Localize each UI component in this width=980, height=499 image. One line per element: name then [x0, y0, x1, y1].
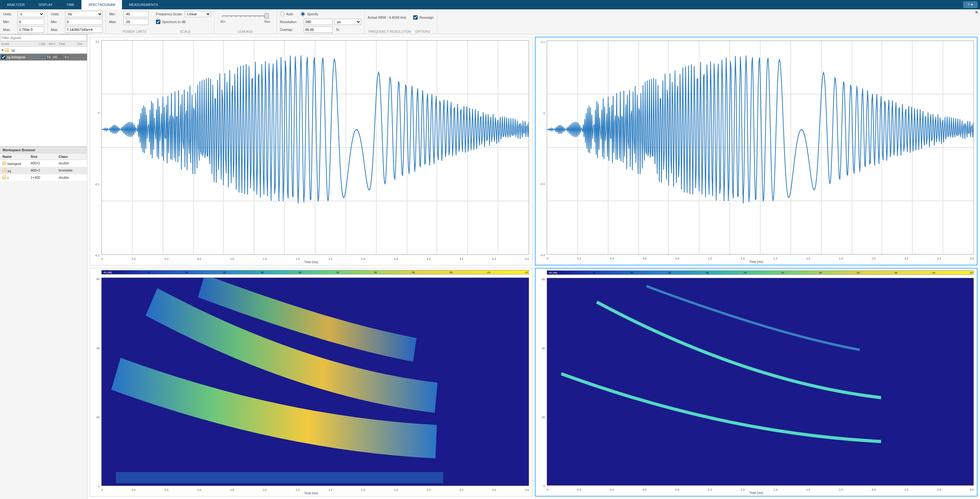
spectrogram-axes[interactable] [101, 278, 529, 486]
freq-units-select[interactable]: Hz [65, 11, 103, 17]
ws-var-name: sg [8, 169, 11, 173]
signal-start-badge: 0 s [64, 55, 70, 59]
x-ticks: 00.20.40.60.81.01.21.41.61.82.02.22.42.6 [547, 488, 974, 491]
reassign-checkbox[interactable] [413, 15, 418, 20]
power-limits-caption: POWER LIMITS [109, 29, 160, 33]
spectrogram-panel-1[interactable]: -44 (dB) -42-40-38-36-34-32-30-28-26-24-… [90, 268, 533, 496]
time-units-label: Units: [3, 12, 16, 16]
power-min-label: Min: [109, 12, 122, 16]
tab-spectrogram[interactable]: SPECTROGRAM [81, 0, 122, 10]
plot-grid: 0.10-0.1-0.2 00.20.40.60.81.01.21.41.61.… [88, 34, 980, 499]
variable-icon [5, 48, 9, 52]
ws-var-size: 400×1 [28, 167, 56, 174]
power-max-label: Max: [109, 20, 122, 24]
signal-visibility-checkbox[interactable] [1, 55, 6, 59]
tab-display[interactable]: DISPLAY [32, 0, 60, 10]
y-ticks: 0.10-0.1-0.2 [90, 40, 101, 257]
x-axis-label: Time (ms) [536, 260, 977, 265]
help-icon: ? [967, 3, 969, 6]
x-axis-label: Time (ms) [90, 491, 532, 496]
filter-signals-input[interactable] [0, 34, 87, 41]
ws-var-size: 400×1 [28, 160, 56, 167]
auto-label: Auto [286, 12, 293, 16]
chevron-down-icon[interactable] [1, 49, 4, 51]
group-freq-limits: Units: Hz Min: Max: FREQUENCY LIMITS [48, 10, 106, 34]
col-info[interactable]: INFO [48, 43, 57, 46]
slider-thumb-icon[interactable] [264, 13, 269, 19]
workspace-columns: Name Size Class [0, 153, 87, 160]
group-freq-resolution: Actual RBW : 4.4558 kHz Reassign FREQUEN… [364, 10, 437, 34]
left-panel: NAME LINE INFO TIME STA sg sg.batsignal … [0, 34, 88, 499]
waveform-panel-1[interactable]: 0.10-0.1-0.2 00.20.40.60.81.01.21.41.61.… [90, 37, 533, 265]
main-tab-strip: ANALYZER DISPLAY TIME SPECTROGRAM MEASUR… [0, 0, 980, 10]
time-units-select[interactable]: s [18, 11, 44, 17]
group-power-limits: Min: Frequency Scale: Linear Max: Spectr… [106, 10, 214, 34]
x-axis-label: Time (ms) [90, 261, 532, 265]
freq-units-label: Units: [51, 12, 63, 16]
ws-var-size: 1×400 [28, 174, 56, 181]
time-min-label: Min: [3, 20, 16, 24]
options-caption: OPTIONS [412, 29, 434, 33]
toolstrip-expand-icon[interactable]: ▣ [973, 10, 980, 34]
tab-measurements[interactable]: MEASUREMENTS [122, 0, 165, 10]
freq-max-input[interactable] [65, 27, 103, 33]
help-button[interactable]: ? [963, 1, 977, 8]
ws-col-size[interactable]: Size [28, 153, 56, 160]
leakage-min-label: Min [221, 20, 226, 23]
y-ticks: 6040200 [536, 278, 546, 488]
tree-root-label: sg [11, 48, 15, 52]
tab-analyzer[interactable]: ANALYZER [0, 0, 32, 10]
y-ticks: 0.10-0.1-0.2 [536, 41, 546, 257]
auto-radio[interactable] [280, 12, 285, 16]
spectrum-db-label: Spectrum in dB [162, 20, 186, 24]
time-max-input[interactable] [18, 27, 44, 33]
line-color-chip-icon[interactable] [39, 57, 45, 57]
col-time[interactable]: TIME [57, 43, 76, 46]
spectrum-db-checkbox[interactable] [156, 20, 160, 24]
tree-child-row[interactable]: sg.batsignal Fs: 142.… 0 s [0, 54, 87, 60]
freqres-caption: FREQUENCY RESOLUTION [368, 29, 412, 33]
specify-radio[interactable] [301, 12, 305, 16]
leakage-max-label: Max [264, 20, 270, 23]
col-star[interactable]: STA [76, 43, 87, 46]
spectrogram-axes[interactable] [547, 278, 974, 486]
overlap-input[interactable] [304, 27, 332, 33]
ws-col-name[interactable]: Name [0, 153, 28, 160]
power-min-input[interactable] [124, 11, 148, 17]
waveform-axes[interactable] [101, 40, 529, 255]
spectrogram-panel-2[interactable]: -44 (dB) -42-40-38-36-34-32-30-28-26-24-… [535, 268, 977, 496]
power-max-input[interactable] [124, 19, 148, 25]
timetable-icon [3, 168, 6, 172]
resolution-input[interactable] [304, 19, 332, 25]
ws-var-class: timetable [56, 167, 87, 174]
ws-row[interactable]: batsignal 400×1 double [0, 160, 87, 167]
resolution-unit-select[interactable]: µs [334, 19, 361, 25]
ws-row[interactable]: t 1×400 double [0, 174, 87, 181]
freqscale-select[interactable]: Linear [185, 11, 211, 17]
ws-var-class: double [56, 160, 87, 167]
col-name[interactable]: NAME [0, 43, 38, 46]
x-ticks: 00.20.40.60.81.01.21.41.61.82.02.22.42.6 [101, 488, 529, 491]
y-ticks: 6040200 [90, 278, 101, 488]
waveform-axes[interactable] [547, 41, 974, 254]
leakage-slider[interactable] [222, 13, 269, 19]
waveform-panel-2[interactable]: 0.10-0.1-0.2 00.20.40.60.81.01.21.41.61.… [535, 37, 977, 265]
tree-root-row[interactable]: sg [0, 47, 87, 54]
colorbar: -44 (dB) -42-40-38-36-34-32-30-28-26-24-… [101, 270, 529, 275]
group-time-limits: Units: s Min: Max: TIME LIMITS [0, 10, 48, 34]
x-ticks: 00.20.40.60.81.01.21.41.61.82.02.22.42.6 [101, 257, 529, 261]
x-ticks: 00.20.40.60.81.01.21.41.61.82.02.22.42.6 [547, 257, 974, 260]
ws-row[interactable]: sg 400×1 timetable [0, 167, 87, 174]
col-line[interactable]: LINE [38, 43, 48, 46]
ws-col-class[interactable]: Class [56, 153, 87, 160]
time-min-input[interactable] [18, 19, 44, 25]
variable-icon [3, 161, 6, 165]
freq-min-input[interactable] [65, 19, 103, 25]
tab-time[interactable]: TIME [60, 0, 81, 10]
overlap-unit-label: % [334, 28, 361, 32]
chevron-down-icon [970, 4, 973, 6]
rbw-label: Actual RBW : 4.4558 kHz [368, 16, 406, 19]
x-axis-label: Time (ms) [536, 491, 977, 496]
specify-label: Specify [307, 12, 318, 16]
signal-tree: sg sg.batsignal Fs: 142.… 0 s [0, 47, 87, 146]
